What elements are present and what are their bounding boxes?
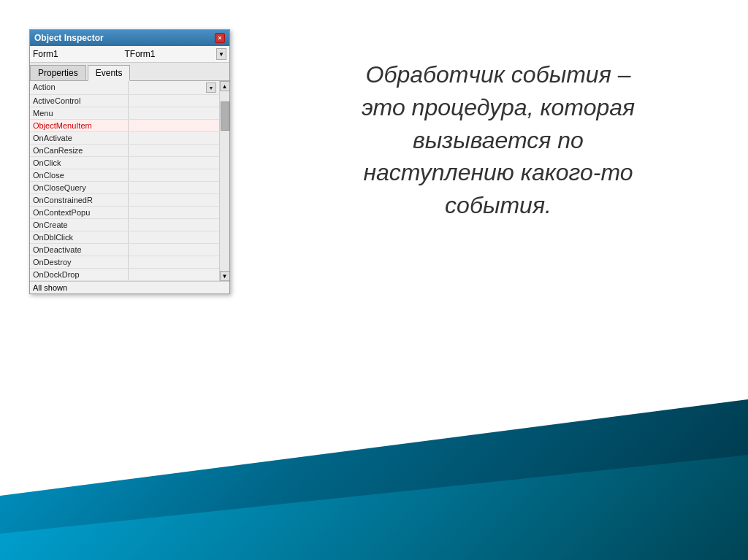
table-row[interactable]: OnDestroy [30,256,219,269]
event-value[interactable] [129,194,219,206]
event-name: Action [30,81,129,94]
text-line-2: это процедура, которая [362,94,635,120]
event-name: ActiveControl [30,95,129,107]
event-name: ObjectMenuItem [30,120,129,131]
event-value[interactable] [129,269,219,280]
scrollbar[interactable]: ▲ ▼ [219,81,229,281]
table-row[interactable]: OnActivate [30,132,219,145]
component-name: Form1 [33,49,122,59]
event-value[interactable] [129,182,219,193]
table-row[interactable]: Action ▼ [30,81,219,95]
scroll-down-button[interactable]: ▼ [220,271,230,281]
text-line-4: наступлению какого-то [363,159,633,185]
event-value[interactable] [129,169,219,181]
table-row[interactable]: OnCanResize [30,145,219,157]
table-row[interactable]: OnDockDrop [30,269,219,281]
value-dropdown[interactable]: ▼ [206,83,216,93]
event-value[interactable] [129,219,219,231]
event-value[interactable] [129,207,219,218]
table-row[interactable]: OnCreate [30,219,219,231]
event-name: OnClick [30,157,129,169]
event-name: OnDockDrop [30,269,129,280]
table-row[interactable]: OnClose [30,169,219,182]
event-value[interactable]: ▼ [129,81,219,94]
component-type: TForm1 [125,49,214,59]
scroll-thumb[interactable] [221,101,229,131]
tab-events[interactable]: Events [88,65,131,81]
event-name: OnConstrainedR [30,194,129,206]
object-inspector-window: Object Inspector × Form1 TForm1 ▼ Proper… [29,29,230,294]
status-bar: All shown [30,281,229,294]
table-row[interactable]: OnDblClick [30,231,219,244]
event-value[interactable] [129,157,219,169]
main-text-paragraph: Обработчик события – это процедура, кото… [263,58,733,222]
table-row[interactable]: OnClick [30,157,219,169]
event-name: OnDestroy [30,256,129,268]
event-name: OnCanResize [30,145,129,156]
event-value[interactable] [129,244,219,256]
text-line-3: вызывается по [413,127,584,153]
event-name: OnClose [30,169,129,181]
main-content-area: Обработчик события – это процедура, кото… [263,58,733,222]
event-value[interactable] [129,95,219,107]
table-row[interactable]: OnDeactivate [30,244,219,256]
table-row[interactable]: Menu [30,107,219,120]
event-value[interactable] [129,256,219,268]
event-name: OnActivate [30,132,129,144]
tab-properties[interactable]: Properties [30,65,86,80]
event-value[interactable] [129,145,219,156]
event-name: OnDblClick [30,231,129,243]
event-name: OnCreate [30,219,129,231]
scroll-up-button[interactable]: ▲ [220,81,230,91]
event-name: OnDeactivate [30,244,129,256]
table-row[interactable]: OnCloseQuery [30,182,219,194]
component-dropdown[interactable]: ▼ [216,48,226,60]
event-value[interactable] [129,120,219,131]
event-name: Menu [30,107,129,119]
text-line-1: Обработчик события – [366,61,631,88]
inspector-tabs: Properties Events [30,63,229,81]
table-row[interactable]: OnConstrainedR [30,194,219,207]
status-text: All shown [33,283,67,292]
event-name: OnCloseQuery [30,182,129,193]
event-name: OnContextPopu [30,207,129,218]
event-value[interactable] [129,107,219,119]
window-title: Object Inspector [34,33,104,43]
text-line-5: события. [445,192,552,218]
component-selector[interactable]: Form1 TForm1 ▼ [30,46,229,63]
events-table-container: Action ▼ ActiveControl Menu ObjectMenuIt… [30,81,229,281]
event-value[interactable] [129,132,219,144]
event-value[interactable] [129,231,219,243]
close-button[interactable]: × [215,33,225,43]
table-row[interactable]: ObjectMenuItem [30,120,219,132]
table-row[interactable]: OnContextPopu [30,207,219,219]
titlebar: Object Inspector × [30,30,229,46]
table-row[interactable]: ActiveControl [30,95,219,107]
